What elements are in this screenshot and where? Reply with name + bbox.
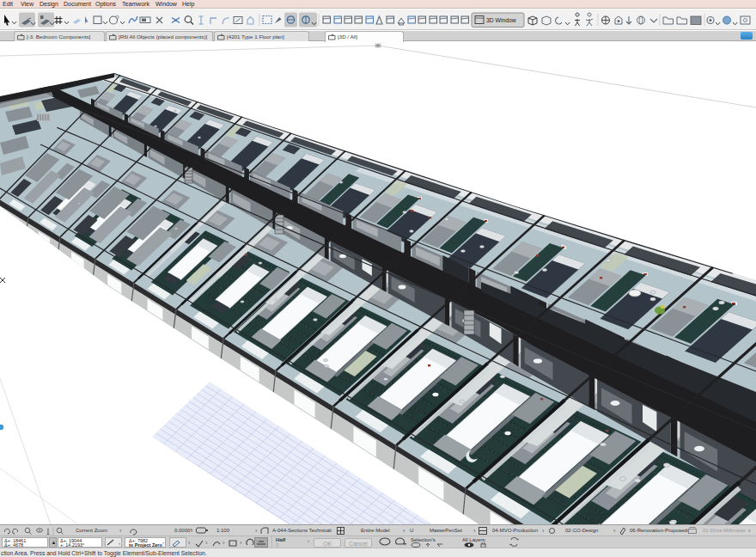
svg-text:3D Window: 3D Window — [486, 17, 516, 23]
